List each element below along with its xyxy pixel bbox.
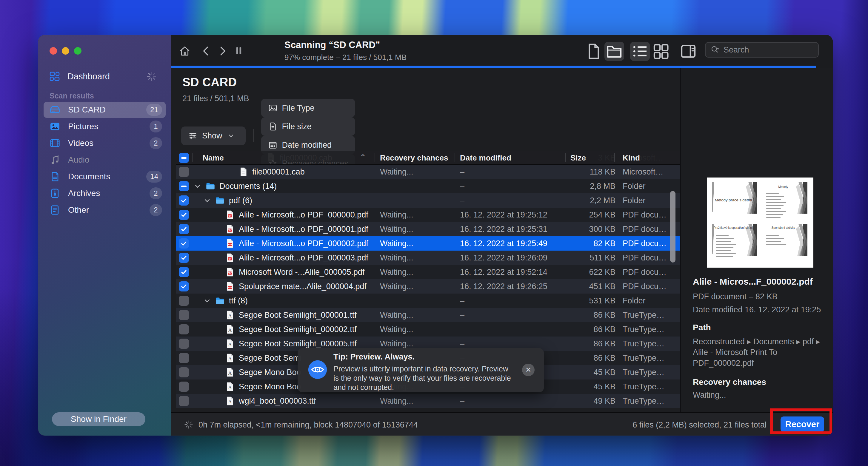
back-icon[interactable] bbox=[200, 44, 213, 58]
bullet-line bbox=[766, 202, 786, 203]
show-filter-button[interactable]: Show bbox=[181, 127, 246, 145]
chevron-expanded-icon[interactable] bbox=[193, 182, 202, 191]
column-header-size[interactable]: Size bbox=[570, 151, 586, 165]
table-row[interactable]: PDFMicrosoft Word -...Alile_000005.pdfWa… bbox=[176, 265, 680, 279]
zoom-window-button[interactable] bbox=[74, 47, 82, 55]
row-checkbox[interactable] bbox=[179, 281, 189, 292]
path-heading: Path bbox=[693, 323, 711, 332]
minimize-window-button[interactable] bbox=[62, 47, 69, 55]
bullet-line bbox=[716, 241, 731, 242]
file-name-cell: PDFAlile - Microsoft...o PDF_000000.pdf bbox=[192, 208, 375, 222]
sliders-icon bbox=[188, 131, 198, 141]
show-in-finder-button[interactable]: Show in Finder bbox=[52, 412, 145, 426]
dashboard-icon bbox=[49, 70, 61, 82]
grid-view-button[interactable] bbox=[651, 42, 671, 61]
svg-text:A: A bbox=[228, 399, 232, 404]
recovery-chances-value: Waiting... bbox=[693, 391, 726, 400]
table-row[interactable]: ttf (8)–531 KBFolder bbox=[176, 294, 680, 308]
vertical-scrollbar-thumb[interactable] bbox=[670, 191, 676, 263]
column-header-recovery-chances[interactable]: Recovery chances bbox=[380, 151, 448, 165]
file-name: pdf (6) bbox=[229, 196, 252, 205]
scan-title: Scanning “SD CARD” bbox=[284, 40, 380, 51]
ttf-icon: A bbox=[224, 323, 235, 335]
pause-icon[interactable] bbox=[233, 45, 244, 56]
close-icon[interactable]: ✕ bbox=[522, 364, 535, 376]
chevron-expanded-icon[interactable] bbox=[203, 296, 212, 305]
row-checkbox[interactable] bbox=[179, 353, 189, 363]
row-checkbox[interactable] bbox=[179, 367, 189, 377]
forward-icon[interactable] bbox=[216, 44, 229, 58]
row-checkbox[interactable] bbox=[179, 224, 189, 234]
list-view-button[interactable] bbox=[630, 42, 650, 61]
table-row[interactable]: ASegoe Boot Semilight_000002.ttfWaiting.… bbox=[176, 322, 680, 336]
sidebar-item-pictures[interactable]: Pictures1 bbox=[43, 119, 166, 135]
column-header-kind[interactable]: Kind bbox=[623, 151, 640, 165]
table-row[interactable]: file000001.cabWaiting...–118 KBMicrosoft… bbox=[176, 165, 680, 179]
row-checkbox[interactable] bbox=[179, 381, 189, 392]
close-window-button[interactable] bbox=[50, 47, 57, 55]
filter-button-file-size[interactable]: File size bbox=[261, 117, 355, 136]
sidebar-item-audio[interactable]: Audio bbox=[43, 152, 166, 168]
table-row[interactable]: Awgl4_boot_000003.ttfWaiting...–49 KBTru… bbox=[176, 394, 680, 408]
sidebar-item-dashboard[interactable]: Dashboard bbox=[44, 68, 165, 85]
column-divider bbox=[375, 153, 375, 162]
sidebar-item-sd-card[interactable]: SD CARD21 bbox=[43, 102, 166, 118]
bullet-line bbox=[766, 199, 781, 200]
recovery-chances-cell: Waiting... bbox=[376, 208, 455, 222]
recovery-chances-cell bbox=[376, 193, 455, 208]
row-checkbox[interactable] bbox=[179, 167, 189, 177]
sidebar-item-label: Documents bbox=[68, 172, 111, 181]
file-name: Alile - Microsoft...o PDF_000002.pdf bbox=[239, 239, 368, 248]
sidebar-item-label: Archives bbox=[68, 189, 100, 198]
column-header-name[interactable]: Name bbox=[203, 151, 224, 165]
table-row[interactable]: Documents (14)–2,8 MBFolder bbox=[176, 179, 680, 193]
chevron-expanded-icon[interactable] bbox=[203, 196, 212, 205]
svg-text:A: A bbox=[228, 356, 232, 362]
folder-view-button[interactable] bbox=[604, 42, 624, 61]
table-row[interactable]: PDFAlile - Microsoft...o PDF_000003.pdfW… bbox=[176, 251, 680, 265]
column-header-date-modified[interactable]: Date modified bbox=[460, 151, 511, 165]
pdf-icon: PDF bbox=[224, 280, 235, 292]
folder-icon bbox=[215, 195, 225, 206]
table-row[interactable]: pdf (6)–2,2 MBFolder bbox=[176, 193, 680, 208]
row-checkbox[interactable] bbox=[179, 238, 189, 248]
sidebar: Dashboard Scan results SD CARD21Pictures… bbox=[38, 35, 171, 436]
search-input[interactable] bbox=[723, 45, 818, 55]
svg-text:A: A bbox=[228, 327, 232, 333]
sidebar-item-documents[interactable]: Documents14 bbox=[43, 169, 166, 185]
row-checkbox[interactable] bbox=[179, 296, 189, 306]
row-checkbox[interactable] bbox=[179, 310, 189, 320]
table-row[interactable]: PDFAlile - Microsoft...o PDF_000000.pdfW… bbox=[176, 208, 680, 222]
search-field[interactable] bbox=[705, 42, 819, 58]
doc-view-button[interactable] bbox=[584, 42, 603, 61]
row-checkbox[interactable] bbox=[179, 195, 189, 205]
sidebar-item-count: 2 bbox=[150, 137, 162, 149]
home-icon[interactable] bbox=[178, 44, 191, 58]
filter-button-file-type[interactable]: File Type bbox=[261, 99, 355, 117]
other-icon bbox=[49, 204, 61, 216]
table-row[interactable]: PDFAlile - Microsoft...o PDF_000002.pdfW… bbox=[176, 236, 680, 251]
svg-text:PDF: PDF bbox=[228, 229, 231, 231]
table-row[interactable]: ASegoe Boot Semilight_000001.ttfWaiting.… bbox=[176, 308, 680, 322]
row-checkbox[interactable] bbox=[179, 396, 189, 406]
sidebar-item-archives[interactable]: Archives2 bbox=[43, 185, 166, 201]
size-cell: 45 KB bbox=[566, 365, 616, 379]
select-all-checkbox[interactable] bbox=[179, 153, 189, 163]
row-checkbox[interactable] bbox=[179, 181, 189, 191]
preview-slide: Metody práce s dětmi bbox=[712, 182, 758, 221]
row-checkbox-cell bbox=[179, 193, 192, 208]
row-checkbox[interactable] bbox=[179, 210, 189, 220]
table-row[interactable]: PDFAlile - Microsoft...o PDF_000001.pdfW… bbox=[176, 222, 680, 236]
filter-button-label: Date modified bbox=[282, 140, 332, 150]
row-checkbox[interactable] bbox=[179, 339, 189, 349]
row-checkbox[interactable] bbox=[179, 253, 189, 263]
column-divider bbox=[614, 153, 615, 162]
file-name-cell: pdf (6) bbox=[192, 193, 375, 208]
row-checkbox[interactable] bbox=[179, 324, 189, 334]
row-checkbox[interactable] bbox=[179, 267, 189, 277]
table-row[interactable]: PDFSpolupráce mate...Alile_000004.pdfWai… bbox=[176, 279, 680, 294]
page-title: SD CARD bbox=[182, 75, 237, 89]
sidebar-item-other[interactable]: Other2 bbox=[43, 202, 166, 218]
sidebar-item-videos[interactable]: Videos2 bbox=[43, 135, 166, 151]
preview-panel-button[interactable] bbox=[678, 42, 698, 61]
